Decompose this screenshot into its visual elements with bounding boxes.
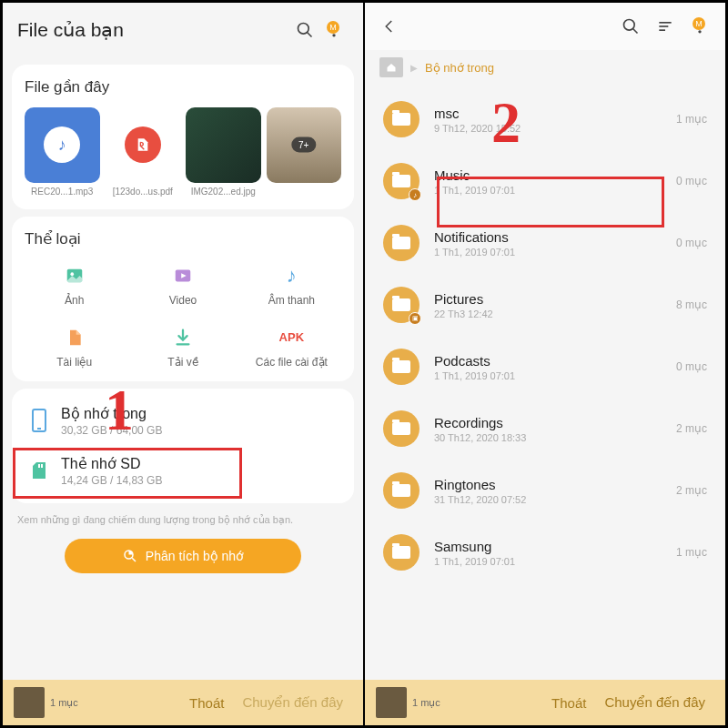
recent-item[interactable]: IMG202...ed.jpg: [186, 107, 261, 197]
storage-card: Bộ nhớ trong 30,32 GB / 64,00 GB Thẻ nhớ…: [12, 389, 354, 503]
search-icon: [622, 17, 640, 35]
svg-rect-11: [38, 464, 40, 468]
chevron-right-icon: ▶: [410, 63, 418, 73]
selection-bar: 1 mục Thoát Chuyển đến đây: [3, 680, 363, 725]
search-button[interactable]: [290, 15, 319, 45]
storage-capacity: 14,24 GB / 14,83 GB: [61, 474, 338, 487]
folder-date: 1 Th1, 2019 07:01: [434, 556, 676, 567]
exit-button[interactable]: Thoát: [180, 695, 233, 711]
category-label: Tài liệu: [56, 356, 92, 369]
folder-name: Recordings: [434, 415, 676, 430]
folder-row[interactable]: Notifications 1 Th1, 2019 07:01 0 mục: [379, 212, 711, 274]
category-label: Các file cài đặt: [256, 356, 328, 369]
folder-icon: ♪: [383, 163, 420, 199]
folder-name: Samsung: [434, 539, 676, 554]
apk-icon: APK: [278, 325, 304, 350]
annotation-number-2: 2: [491, 89, 521, 157]
folder-item-count: 0 mục: [676, 360, 707, 373]
folder-row[interactable]: ▣ Pictures 22 Th3 12:42 8 mục: [379, 274, 711, 336]
folder-name: Pictures: [434, 291, 676, 307]
folder-date: 1 Th1, 2019 07:01: [434, 370, 676, 381]
image-thumbnail: 7+: [267, 107, 342, 183]
storage-internal[interactable]: Bộ nhớ trong 30,32 GB / 64,00 GB: [25, 396, 341, 446]
svg-point-22: [698, 30, 701, 33]
category-apk[interactable]: APK Các file cài đặt: [242, 325, 341, 369]
recent-item[interactable]: 7+: [267, 107, 342, 197]
selection-count: 1 mục: [412, 697, 440, 709]
svg-point-4: [332, 34, 335, 36]
document-icon: [62, 325, 87, 350]
music-badge-icon: ♪: [409, 188, 421, 201]
analyze-storage-button[interactable]: Phân tích bộ nhớ: [65, 539, 301, 573]
folder-date: 22 Th3 12:42: [434, 308, 676, 319]
folder-icon: [383, 101, 420, 137]
recent-filename: REC20...1.mp3: [25, 187, 100, 197]
header: File của bạn M: [3, 3, 363, 57]
search-button[interactable]: [616, 12, 645, 41]
selection-thumbnail[interactable]: [14, 687, 45, 718]
audio-icon: ♪: [278, 263, 304, 288]
svg-point-6: [70, 272, 74, 276]
folder-row[interactable]: Recordings 30 Th12, 2020 18:33 2 mục: [379, 398, 711, 460]
search-icon: [296, 21, 314, 39]
folder-icon: [383, 472, 420, 509]
storage-capacity: 30,32 GB / 64,00 GB: [61, 424, 338, 437]
folder-row[interactable]: ♪ Music 1 Th1, 2019 07:01 0 mục: [379, 150, 711, 212]
category-images[interactable]: Ảnh: [25, 263, 124, 307]
folder-list: msc 9 Th12, 2020 15:52 1 mục ♪ Music 1 T…: [365, 88, 725, 583]
phone-icon: [28, 410, 50, 431]
category-video[interactable]: Video: [133, 263, 232, 307]
image-badge-icon: ▣: [409, 312, 421, 325]
image-icon: [62, 263, 87, 288]
sd-card-icon: [28, 460, 50, 481]
move-here-button[interactable]: Chuyển đến đây: [595, 694, 714, 711]
page-title: File của bạn: [17, 19, 290, 41]
analyze-icon: [122, 548, 138, 564]
folder-date: 9 Th12, 2020 15:52: [434, 123, 676, 134]
folder-icon: [383, 534, 420, 571]
folder-row[interactable]: Podcasts 1 Th1, 2019 07:01 0 mục: [379, 336, 711, 398]
folder-date: 1 Th1, 2019 07:01: [434, 185, 676, 196]
recent-files-card: File gần đây ♪ REC20...1.mp3 [123do...us…: [12, 65, 354, 209]
recent-item[interactable]: ♪ REC20...1.mp3: [25, 107, 100, 197]
breadcrumb-home[interactable]: [379, 57, 403, 77]
storage-sd[interactable]: Thẻ nhớ SD 14,24 GB / 14,83 GB: [25, 446, 341, 496]
selection-bar: 1 mục Thoát Chuyển đến đây: [365, 680, 725, 725]
category-label: Video: [169, 294, 197, 307]
storage-footnote: Xem những gì đang chiếm dung lượng trong…: [3, 511, 363, 533]
folder-row[interactable]: Samsung 1 Th1, 2019 07:01 1 mục: [379, 521, 711, 583]
more-count-badge: 7+: [291, 137, 316, 153]
selection-thumbnail[interactable]: [376, 687, 407, 718]
folder-icon: [383, 225, 420, 261]
back-button[interactable]: [376, 13, 403, 40]
sort-button[interactable]: [651, 12, 680, 41]
folder-name: Podcasts: [434, 353, 676, 369]
folder-item-count: 2 mục: [676, 484, 707, 497]
breadcrumb-current: Bộ nhớ trong: [425, 61, 494, 75]
home-icon: [385, 62, 398, 73]
music-thumbnail: ♪: [25, 107, 100, 183]
more-button[interactable]: M: [319, 15, 349, 45]
panel-internal-storage: M ▶ Bộ nhớ trong msc 9 Th12, 2020 15:52 …: [364, 0, 728, 728]
more-button[interactable]: M: [685, 12, 714, 41]
storage-name: Thẻ nhớ SD: [61, 455, 338, 472]
category-audio[interactable]: ♪ Âm thanh: [242, 263, 341, 307]
category-label: Tải về: [167, 356, 197, 369]
recent-filename: [123do...us.pdf: [106, 187, 181, 197]
svg-line-1: [308, 33, 312, 37]
folder-row[interactable]: msc 9 Th12, 2020 15:52 1 mục: [379, 88, 711, 150]
storage-name: Bộ nhớ trong: [61, 405, 338, 422]
folder-item-count: 0 mục: [676, 237, 707, 249]
category-downloads[interactable]: Tải về: [133, 325, 232, 369]
folder-item-count: 1 mục: [676, 546, 707, 559]
exit-button[interactable]: Thoát: [542, 695, 595, 711]
avatar-badge: M: [693, 17, 705, 30]
move-here-button[interactable]: Chuyển đến đây: [233, 694, 352, 711]
folder-date: 31 Th12, 2020 07:52: [434, 494, 676, 505]
svg-rect-12: [41, 464, 43, 468]
folder-item-count: 0 mục: [676, 175, 707, 187]
folder-row[interactable]: Ringtones 31 Th12, 2020 07:52 2 mục: [379, 460, 711, 521]
recent-item[interactable]: [123do...us.pdf: [106, 107, 181, 197]
category-documents[interactable]: Tài liệu: [25, 325, 124, 369]
svg-line-14: [132, 558, 136, 561]
